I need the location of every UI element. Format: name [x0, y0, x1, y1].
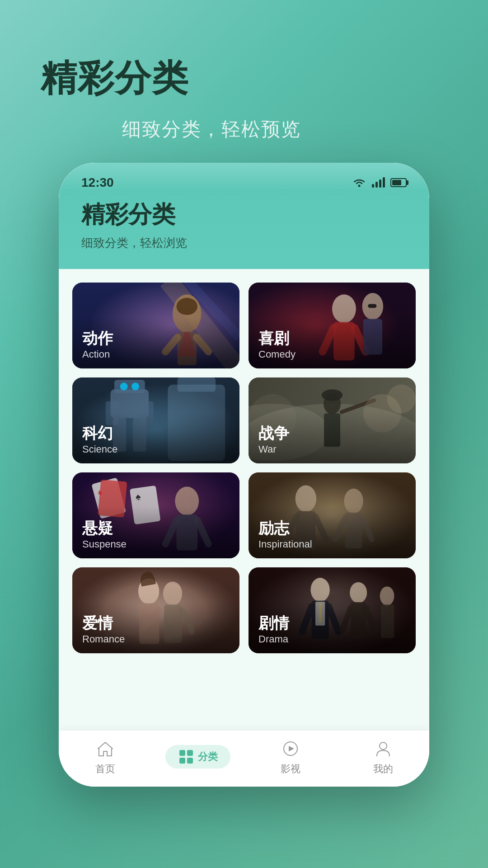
nav-item-home[interactable]: 首页: [59, 738, 151, 776]
romance-zh: 爱情: [82, 615, 230, 632]
category-active-bg: 分类: [165, 745, 230, 769]
genre-grid: 动作 Action: [72, 283, 416, 653]
nav-item-category[interactable]: 分类: [151, 745, 244, 769]
war-en: War: [258, 443, 406, 455]
hero-title: 精彩分类: [41, 54, 301, 103]
svg-marker-84: [289, 746, 294, 751]
status-time: 12:30: [81, 175, 114, 190]
action-overlay: 动作 Action: [72, 283, 239, 368]
science-overlay: 科幻 Science: [72, 377, 239, 463]
svg-rect-79: [179, 750, 185, 756]
battery-icon: [390, 178, 407, 187]
comedy-zh: 喜剧: [258, 330, 406, 347]
science-zh: 科幻: [82, 425, 230, 442]
genre-card-comedy[interactable]: 喜剧 Comedy: [249, 283, 416, 368]
romance-en: Romance: [82, 633, 230, 645]
inspirational-en: Inspirational: [258, 538, 406, 550]
inspirational-zh: 励志: [258, 520, 406, 537]
genre-card-drama[interactable]: 剧情 Drama: [249, 567, 416, 653]
genre-card-inspirational[interactable]: 励志 Inspirational: [249, 472, 416, 558]
genre-card-action[interactable]: 动作 Action: [72, 283, 239, 368]
movies-label: 影视: [281, 762, 300, 776]
war-zh: 战争: [258, 425, 406, 442]
screen-header: 精彩分类 细致分类，轻松浏览: [59, 190, 429, 269]
genre-card-suspense[interactable]: ♦ ♠ 悬疑 Suspense: [72, 472, 239, 558]
action-zh: 动作: [82, 330, 230, 347]
screen-subtitle: 细致分类，轻松浏览: [81, 235, 407, 251]
svg-rect-81: [179, 758, 185, 764]
profile-icon: [372, 738, 394, 760]
status-bar: 12:30: [59, 163, 429, 190]
status-icons: [352, 177, 407, 188]
movies-icon: [280, 738, 301, 760]
suspense-en: Suspense: [82, 538, 230, 550]
romance-overlay: 爱情 Romance: [72, 567, 239, 653]
category-icon: [178, 749, 194, 765]
screen-title: 精彩分类: [81, 199, 407, 231]
bottom-nav: 首页 分类: [59, 731, 429, 787]
nav-item-profile[interactable]: 我的: [337, 738, 429, 776]
inspirational-overlay: 励志 Inspirational: [249, 472, 416, 558]
signal-icon: [372, 178, 385, 188]
genre-grid-container: 动作 Action: [59, 269, 429, 731]
phone-screen: 12:30: [59, 163, 429, 787]
nav-item-movies[interactable]: 影视: [244, 738, 337, 776]
action-en: Action: [82, 349, 230, 360]
genre-card-war[interactable]: 战争 War: [249, 377, 416, 463]
home-icon: [94, 738, 116, 760]
wifi-icon: [352, 177, 366, 188]
home-label: 首页: [95, 762, 115, 776]
genre-card-science[interactable]: 科幻 Science: [72, 377, 239, 463]
svg-point-85: [380, 742, 387, 750]
suspense-zh: 悬疑: [82, 520, 230, 537]
profile-label: 我的: [373, 762, 393, 776]
drama-overlay: 剧情 Drama: [249, 567, 416, 653]
comedy-overlay: 喜剧 Comedy: [249, 283, 416, 368]
war-overlay: 战争 War: [249, 377, 416, 463]
svg-point-0: [358, 185, 361, 187]
hero-subtitle: 细致分类，轻松预览: [122, 117, 301, 142]
phone-mockup: 12:30: [59, 163, 429, 787]
genre-card-romance[interactable]: 爱情 Romance: [72, 567, 239, 653]
suspense-overlay: 悬疑 Suspense: [72, 472, 239, 558]
drama-zh: 剧情: [258, 615, 406, 632]
svg-rect-82: [187, 758, 193, 764]
svg-rect-80: [187, 750, 193, 756]
category-label: 分类: [198, 750, 218, 764]
comedy-en: Comedy: [258, 349, 406, 360]
hero-section: 精彩分类 细致分类，轻松预览: [41, 54, 301, 142]
drama-en: Drama: [258, 633, 406, 645]
science-en: Science: [82, 443, 230, 455]
